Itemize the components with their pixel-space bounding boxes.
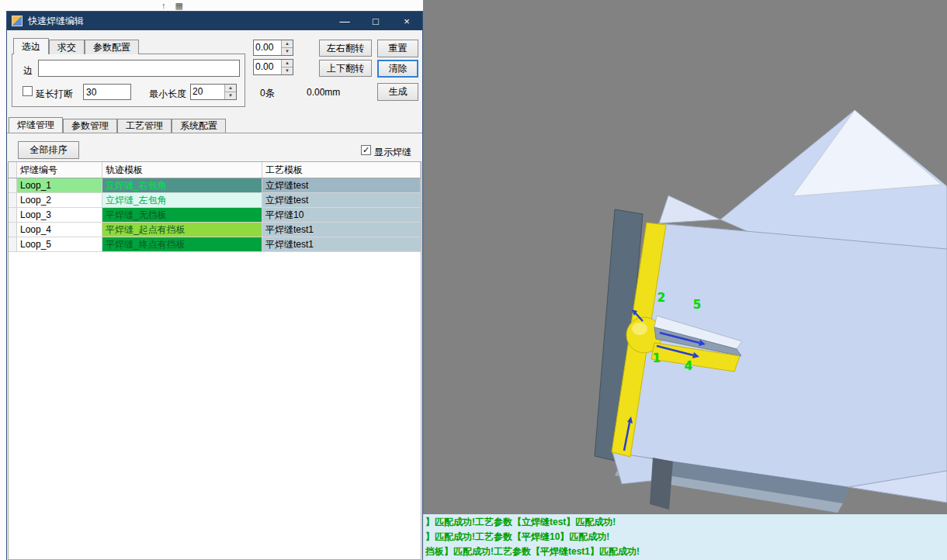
- up-arrow-icon[interactable]: ↑: [161, 1, 166, 10]
- row-header-cell: [9, 208, 17, 222]
- close-button[interactable]: ×: [391, 12, 422, 30]
- grid-icon[interactable]: ▦: [175, 1, 183, 11]
- edit-tab-1[interactable]: 选边: [13, 38, 49, 54]
- spin-down-icon[interactable]: ▼: [282, 67, 293, 74]
- quick-weld-edit-dialog: 快速焊缝编辑 — □ × 选边求交参数配置 边 延长打断 最小长度 20 ▲▼ …: [6, 11, 423, 560]
- show-weld-checkbox[interactable]: ✓: [361, 145, 371, 155]
- min-length-label: 最小长度: [149, 88, 186, 101]
- minimize-button[interactable]: —: [329, 12, 360, 30]
- row-header-cell: [9, 178, 17, 192]
- cell-weld-id: Loop_2: [17, 193, 102, 207]
- edit-tabstrip: 选边求交参数配置: [13, 38, 139, 54]
- cell-process: 平焊缝test1: [262, 223, 421, 237]
- log-line: 】匹配成功!工艺参数【平焊缝10】匹配成功!: [425, 530, 945, 544]
- screen: ↑ ▦: [0, 0, 947, 560]
- weld-seam-table: 焊缝编号轨迹模板工艺模板 Loop_1立焊缝_右包角立焊缝testLoop_2立…: [8, 161, 421, 560]
- bottom-dark-sliver: [650, 458, 673, 510]
- extend-break-input[interactable]: [83, 84, 131, 100]
- log-line: 挡板】匹配成功!工艺参数【平焊缝test1】匹配成功!: [425, 544, 945, 559]
- edge-label: 边: [23, 64, 33, 78]
- main-plate: [625, 223, 947, 503]
- app-icon: [12, 16, 23, 26]
- cell-process: 平焊缝test1: [262, 237, 421, 251]
- grid-corner-cell: [9, 162, 17, 178]
- table-body: Loop_1立焊缝_右包角立焊缝testLoop_2立焊缝_左包角立焊缝test…: [9, 178, 421, 252]
- 3d-viewport[interactable]: 2514 】匹配成功!工艺参数【立焊缝test】匹配成功!】匹配成功!工艺参数【…: [423, 0, 947, 560]
- spin-up-icon[interactable]: ▲: [282, 40, 293, 48]
- flip-ud-button[interactable]: 上下翻转: [319, 60, 372, 77]
- column-header-3[interactable]: 工艺模板: [262, 162, 421, 178]
- cell-weld-id: Loop_4: [17, 223, 102, 237]
- flip-lr-button[interactable]: 左右翻转: [319, 40, 372, 57]
- cell-trajectory: 立焊缝_右包角: [102, 178, 262, 192]
- cell-weld-id: Loop_5: [17, 237, 102, 251]
- offset1-value: 0.00: [254, 40, 281, 55]
- manage-tab-4[interactable]: 系统配置: [172, 119, 226, 133]
- column-header-2[interactable]: 轨迹模板: [102, 162, 262, 178]
- spin-down-icon[interactable]: ▼: [225, 92, 236, 99]
- extend-break-checkbox[interactable]: [23, 86, 33, 96]
- cell-trajectory: 立焊缝_左包角: [102, 193, 262, 207]
- cell-process: 立焊缝test: [262, 193, 421, 207]
- sort-all-button[interactable]: 全部排序: [18, 141, 79, 159]
- row-header-cell: [9, 193, 17, 207]
- offset1-spinner[interactable]: 0.00 ▲▼: [253, 40, 293, 56]
- log-panel: 】匹配成功!工艺参数【立焊缝test】匹配成功!】匹配成功!工艺参数【平焊缝10…: [423, 514, 947, 560]
- seam-length-text: 0.00mm: [307, 87, 340, 98]
- cell-process: 平焊缝10: [262, 208, 421, 222]
- log-line: 】匹配成功!工艺参数【立焊缝test】匹配成功!: [425, 515, 945, 530]
- weld-manage-tabpage: 全部排序 ✓ 显示焊缝 焊缝编号轨迹模板工艺模板 Loop_1立焊缝_右包角立焊…: [7, 133, 422, 560]
- manage-tab-2[interactable]: 参数管理: [63, 119, 117, 133]
- manage-tabstrip: 焊缝管理参数管理工艺管理系统配置: [9, 117, 226, 133]
- cell-trajectory: 平焊缝_无挡板: [102, 208, 262, 222]
- extend-break-label: 延长打断: [36, 88, 73, 101]
- reset-button[interactable]: 重置: [377, 40, 418, 57]
- row-header-cell: [9, 237, 17, 251]
- show-weld-label: 显示焊缝: [374, 146, 411, 159]
- edit-tab-2[interactable]: 求交: [49, 40, 85, 54]
- spin-up-icon[interactable]: ▲: [225, 85, 236, 92]
- column-header-1[interactable]: 焊缝编号: [17, 162, 102, 178]
- table-header-row: 焊缝编号轨迹模板工艺模板: [9, 162, 421, 178]
- dialog-titlebar[interactable]: 快速焊缝编辑 — □ ×: [7, 12, 422, 30]
- maximize-button[interactable]: □: [360, 12, 391, 30]
- min-length-spinner[interactable]: 20 ▲▼: [190, 84, 237, 100]
- generate-button[interactable]: 生成: [377, 83, 418, 101]
- manage-tab-1[interactable]: 焊缝管理: [9, 117, 63, 133]
- row-header-cell: [9, 223, 17, 237]
- table-row[interactable]: Loop_2立焊缝_左包角立焊缝test: [9, 193, 421, 208]
- table-row[interactable]: Loop_1立焊缝_右包角立焊缝test: [9, 178, 421, 193]
- table-row[interactable]: Loop_4平焊缝_起点有挡板平焊缝test1: [9, 223, 421, 237]
- offset2-value: 0.00: [254, 60, 281, 74]
- cell-weld-id: Loop_1: [17, 178, 102, 192]
- seam-count-text: 0条: [260, 87, 275, 100]
- background-toolbar: ↑ ▦: [161, 0, 183, 11]
- cell-trajectory: 平焊缝_起点有挡板: [102, 223, 262, 237]
- 3d-scene: [423, 0, 947, 560]
- cell-process: 立焊缝test: [262, 178, 421, 192]
- table-row[interactable]: Loop_5平焊缝_终点有挡板平焊缝test1: [9, 237, 421, 252]
- offset2-spinner[interactable]: 0.00 ▲▼: [253, 59, 293, 75]
- clear-button[interactable]: 清除: [377, 60, 418, 78]
- cell-weld-id: Loop_3: [17, 208, 102, 222]
- table-row[interactable]: Loop_3平焊缝_无挡板平焊缝10: [9, 208, 421, 223]
- dialog-title: 快速焊缝编辑: [28, 15, 84, 28]
- manage-tab-3[interactable]: 工艺管理: [117, 119, 172, 133]
- spin-up-icon[interactable]: ▲: [282, 60, 293, 67]
- spin-down-icon[interactable]: ▼: [282, 48, 293, 55]
- edge-input[interactable]: [38, 60, 240, 77]
- min-length-value: 20: [191, 85, 224, 99]
- cell-trajectory: 平焊缝_终点有挡板: [102, 237, 262, 251]
- edit-tab-3[interactable]: 参数配置: [85, 40, 139, 54]
- select-edge-panel: 边 延长打断 最小长度 20 ▲▼: [12, 54, 245, 107]
